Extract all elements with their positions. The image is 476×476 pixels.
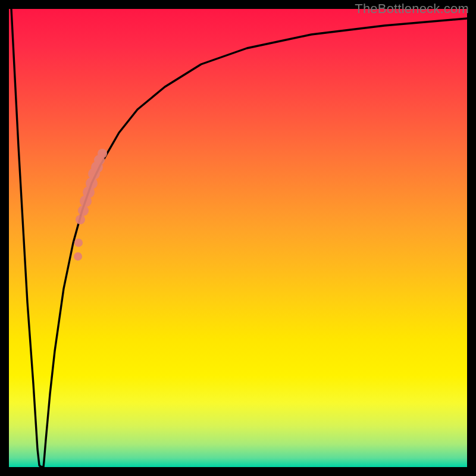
chart-plot-area: [9, 9, 467, 467]
gradient-background: [9, 9, 467, 467]
watermark-text: TheBottleneck.com: [355, 1, 469, 17]
